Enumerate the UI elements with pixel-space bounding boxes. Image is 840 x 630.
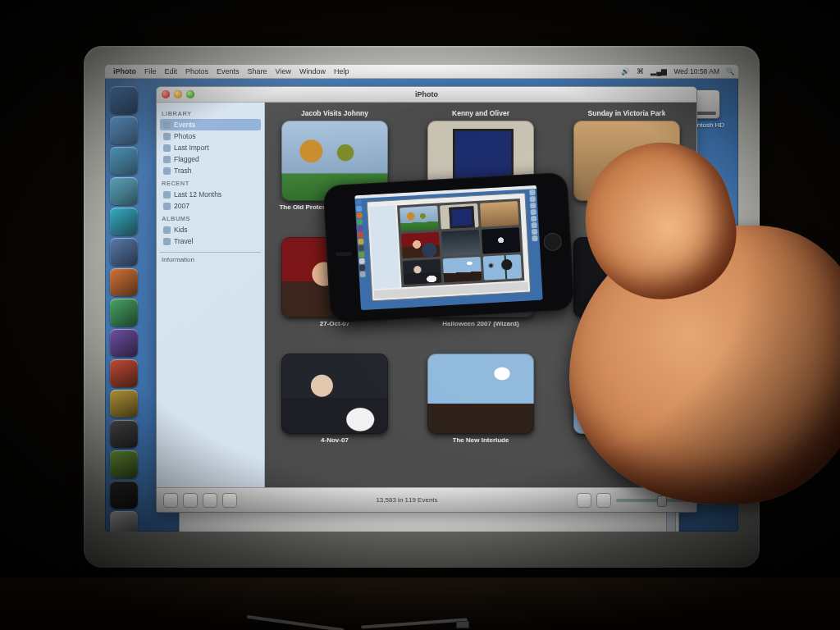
- source-list-item[interactable]: Flagged: [160, 153, 261, 165]
- dock-app-icon[interactable]: [110, 208, 138, 235]
- event-header: Jacob Visits Johnny: [301, 109, 368, 118]
- dock-app-icon[interactable]: [110, 481, 138, 509]
- spotlight-icon[interactable]: 🔍: [726, 67, 735, 75]
- dock-app-icon[interactable]: [110, 359, 138, 387]
- dock-app-icon[interactable]: [110, 147, 138, 175]
- event-item[interactable]: The New Interlude: [418, 342, 544, 444]
- source-list-item[interactable]: Photos: [160, 130, 261, 142]
- menubar-item[interactable]: View: [276, 67, 291, 75]
- menubar-item[interactable]: Share: [248, 67, 267, 75]
- toolbar-button[interactable]: [203, 493, 217, 508]
- menubar-app-name[interactable]: iPhoto: [113, 67, 136, 75]
- source-list-item[interactable]: Kids: [160, 224, 261, 235]
- event-header: Kenny and Oliver: [452, 109, 509, 118]
- info-label: Information: [162, 256, 259, 263]
- zoom-button[interactable]: [186, 90, 194, 98]
- menubar-item[interactable]: File: [144, 67, 157, 75]
- thumbnail-size-slider[interactable]: [616, 499, 690, 502]
- toolbar-button[interactable]: [222, 493, 237, 508]
- source-list-item[interactable]: Last Import: [160, 142, 261, 153]
- footer-status: 13,583 in 119 Events: [242, 496, 572, 504]
- toolbar-button[interactable]: [183, 493, 198, 508]
- iphone-home-button[interactable]: [543, 232, 562, 251]
- menubar-clock[interactable]: Wed 10:58 AM: [673, 67, 719, 75]
- info-panel: Information: [160, 252, 261, 301]
- event-caption: Halloween 2007 (Wizard): [442, 320, 518, 327]
- iphone-screen: [354, 185, 542, 310]
- source-list-item[interactable]: 2007: [160, 200, 261, 212]
- source-header-library: LIBRARY: [162, 110, 259, 117]
- dock-app-icon[interactable]: [110, 268, 138, 296]
- dock-app-icon[interactable]: [110, 238, 138, 266]
- event-header: Sunday in Victoria Park: [588, 109, 666, 118]
- menubar-item[interactable]: Edit: [165, 67, 178, 75]
- source-list-item[interactable]: Trash: [160, 165, 261, 176]
- airport-icon[interactable]: ▂▄▆: [651, 67, 667, 75]
- menubar-item[interactable]: Photos: [185, 67, 208, 75]
- source-header-recent: RECENT: [162, 180, 259, 187]
- bluetooth-icon[interactable]: ⌘: [637, 67, 644, 75]
- dock-app-icon[interactable]: [110, 420, 138, 448]
- volume-icon[interactable]: 🔊: [621, 67, 630, 75]
- event-thumbnail[interactable]: [573, 237, 680, 317]
- dock-app-icon[interactable]: [110, 511, 138, 532]
- iphone-device: [323, 172, 575, 323]
- event-caption: 6-Nov-07: [613, 436, 641, 444]
- iphoto-bottom-toolbar[interactable]: 13,583 in 119 Events: [157, 487, 696, 512]
- close-button[interactable]: [162, 90, 170, 98]
- dock-app-icon[interactable]: [110, 390, 138, 418]
- macos-menubar[interactable]: iPhoto FileEditPhotosEventsShareViewWind…: [105, 65, 738, 79]
- source-header-albums: ALBUMS: [162, 215, 259, 222]
- menubar-item[interactable]: Window: [299, 67, 326, 75]
- event-caption: The New Interlude: [453, 436, 509, 444]
- event-thumbnail[interactable]: [573, 121, 680, 201]
- source-list-item[interactable]: Events: [160, 119, 261, 130]
- source-list-item[interactable]: Last 12 Months: [160, 189, 261, 200]
- event-item[interactable]: Sunday in Victoria Park: [564, 109, 690, 211]
- event-thumbnail[interactable]: [427, 354, 534, 434]
- dock[interactable]: [105, 83, 143, 523]
- dock-app-icon[interactable]: [110, 116, 138, 144]
- source-list-item[interactable]: Travel: [160, 235, 261, 247]
- dock-app-icon[interactable]: [110, 299, 138, 326]
- dock-app-icon[interactable]: [110, 450, 138, 478]
- event-thumbnail[interactable]: [573, 354, 680, 434]
- menubar-item[interactable]: Events: [217, 67, 240, 75]
- dock-app-icon[interactable]: [110, 86, 138, 114]
- minimize-button[interactable]: [174, 90, 182, 98]
- source-list[interactable]: LIBRARY EventsPhotosLast ImportFlaggedTr…: [157, 103, 265, 487]
- usb-plug: [456, 621, 469, 628]
- iphone-speaker: [336, 252, 352, 257]
- dock-app-icon[interactable]: [110, 177, 138, 205]
- event-item[interactable]: 2-Nov-07: [564, 226, 690, 327]
- toolbar-button[interactable]: [596, 493, 611, 508]
- dock-app-icon[interactable]: [110, 329, 138, 357]
- menubar-item[interactable]: Help: [334, 67, 349, 75]
- window-titlebar[interactable]: iPhoto: [157, 87, 696, 103]
- toolbar-button[interactable]: [577, 493, 591, 508]
- event-thumbnail[interactable]: [281, 354, 388, 434]
- event-item[interactable]: 4-Nov-07: [272, 342, 398, 444]
- event-caption: 2-Nov-07: [613, 320, 641, 327]
- toolbar-button[interactable]: [163, 493, 178, 508]
- event-caption: 4-Nov-07: [321, 436, 349, 444]
- window-title: iPhoto: [199, 90, 655, 98]
- event-item[interactable]: 6-Nov-07: [564, 342, 690, 444]
